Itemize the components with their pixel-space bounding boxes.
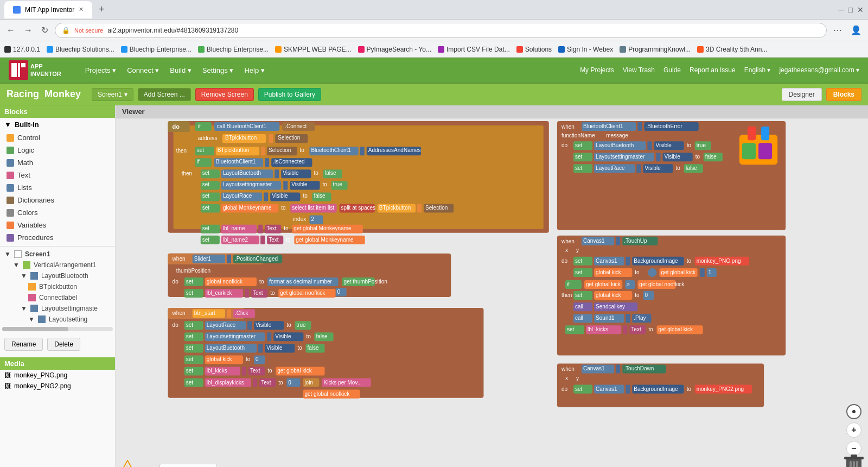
ls-icon (30, 305, 38, 312)
svg-text:to: to (284, 225, 289, 231)
reload-button[interactable]: ↻ (39, 23, 50, 37)
sidebar-control[interactable]: Control (0, 131, 115, 144)
sidebar-logic[interactable]: Logic (0, 144, 115, 156)
media-monkey1[interactable]: 🖼 monkey_PNG.png (0, 370, 115, 381)
viewer-canvas[interactable]: do if call BluetoothClient1 .Connect add… (116, 118, 868, 467)
show-warnings-button[interactable]: Show Warnings (159, 464, 217, 467)
nav-help[interactable]: Help ▾ (240, 64, 269, 77)
tree-btpick[interactable]: BTpickbutton (0, 281, 115, 292)
back-button[interactable]: ← (4, 23, 17, 37)
screen-selector[interactable]: Screen1 ▾ (92, 88, 133, 101)
svg-text:do: do (173, 279, 179, 285)
tab-close-button[interactable]: ✕ (79, 6, 84, 13)
tree-vertarrangement[interactable]: ▼ VerticalArrangement1 (0, 260, 115, 270)
bookmark-3d[interactable]: 3D Creality 5th Ann... (697, 46, 767, 53)
media-monkey2[interactable]: 🖼 monkey_PNG2.png (0, 381, 115, 392)
close-button[interactable]: ✕ (857, 5, 864, 14)
tree-connect[interactable]: Connectlabel (0, 292, 115, 303)
svg-text:set: set (186, 322, 194, 328)
guide-link[interactable]: Guide (663, 66, 681, 74)
view-trash-link[interactable]: View Trash (623, 66, 655, 74)
new-tab-button[interactable]: + (94, 2, 109, 17)
media-icon-1: 🖼 (4, 371, 11, 379)
divider-1 (0, 246, 115, 247)
svg-text:call BluetoothClient1: call BluetoothClient1 (217, 123, 267, 129)
minimize-button[interactable]: ─ (839, 5, 844, 14)
bookmark-bluechip3[interactable]: Bluechip Enterprise... (198, 46, 269, 53)
tree-layoutbluetooth[interactable]: ▼ LayoutBluetooth (0, 270, 115, 281)
address-bar[interactable]: 🔒 Not secure ai2.appinventor.mit.edu/#48… (55, 23, 827, 38)
tree-layoutsetting2[interactable]: ▼ Layoutsetting (0, 314, 115, 325)
bookmark-bluechip1[interactable]: Bluechip Solutions... (47, 46, 114, 53)
remove-screen-button[interactable]: Remove Screen (195, 88, 254, 101)
svg-text:set: set (202, 181, 210, 187)
svg-rect-24 (261, 147, 265, 155)
ls-expand: ▼ (21, 305, 27, 312)
svg-text:join: join (304, 380, 313, 386)
add-screen-button[interactable]: Add Screen ... (138, 88, 191, 101)
report-issue-link[interactable]: Report an Issue (690, 66, 736, 74)
svg-text:Visible: Visible (655, 142, 672, 148)
user-email[interactable]: jegatheesans@gmail.com ▾ (779, 66, 859, 74)
svg-text:Visible: Visible (644, 165, 661, 171)
svg-text:set: set (186, 333, 194, 339)
profile-button[interactable]: 👤 (848, 23, 864, 37)
delete-button[interactable]: Delete (47, 338, 80, 351)
language-selector[interactable]: English ▾ (744, 66, 771, 74)
svg-text:to: to (246, 356, 251, 362)
svg-text:Visible: Visible (266, 345, 283, 351)
sidebar-lists[interactable]: Lists (0, 181, 115, 194)
bookmark-solutions[interactable]: Solutions (516, 46, 552, 53)
tree-layoutsetting[interactable]: ▼ Layoutsettingmaste (0, 303, 115, 314)
svg-text:when: when (561, 366, 575, 372)
sidebar-text[interactable]: Text (0, 169, 115, 181)
bookmark-webex[interactable]: Sign In - Webex (558, 46, 613, 53)
bookmark-skmppl[interactable]: SKMPPL WEB PAGE... (275, 46, 352, 53)
active-tab[interactable]: MIT App Inventor ✕ (4, 1, 92, 18)
svg-text:set: set (197, 147, 205, 153)
svg-text:Text: Text (253, 290, 263, 296)
bookmark-programming[interactable]: ProgrammingKnowl... (620, 46, 691, 53)
extensions-button[interactable]: ⋯ (831, 23, 844, 37)
bookmark-localhost[interactable]: 127.0.0.1 (4, 46, 40, 53)
svg-text:BTpickbutton: BTpickbutton (225, 135, 257, 141)
svg-text:set: set (575, 386, 583, 392)
bookmark-bluechip2[interactable]: Bluechip Enterprise... (121, 46, 192, 53)
sidebar-math[interactable]: Math (0, 156, 115, 169)
browser-chrome: MIT App Inventor ✕ + ─ □ ✕ (0, 0, 868, 20)
zoom-in-button[interactable]: + (846, 422, 861, 438)
bookmark-csv[interactable]: Import CSV File Dat... (438, 46, 510, 53)
forward-button[interactable]: → (22, 23, 35, 37)
media-header: Media (0, 357, 115, 370)
sidebar-colors[interactable]: Colors (0, 206, 115, 219)
blocks-button[interactable]: Blocks (826, 88, 861, 101)
svg-text:get global noofkick: get global noofkick (639, 281, 685, 287)
sidebar-dictionaries[interactable]: Dictionaries (0, 194, 115, 206)
designer-button[interactable]: Designer (782, 88, 822, 101)
screen1-item[interactable]: ▼ Screen1 (0, 249, 115, 260)
my-projects-link[interactable]: My Projects (580, 66, 614, 74)
nav-settings[interactable]: Settings ▾ (198, 64, 238, 77)
maximize-button[interactable]: □ (848, 5, 853, 14)
nav-build[interactable]: Build ▾ (165, 64, 196, 77)
svg-text:AddressesAndNames: AddressesAndNames (368, 147, 421, 153)
svg-text:call: call (575, 304, 583, 310)
svg-text:Text: Text (269, 237, 279, 243)
svg-text:Visible: Visible (665, 154, 681, 160)
svg-text:to: to (278, 380, 283, 386)
sidebar-variables[interactable]: Variables (0, 219, 115, 231)
sidebar-procedures[interactable]: Procedures (0, 231, 115, 244)
nav-connect[interactable]: Connect ▾ (123, 64, 163, 77)
svg-text:Slider1: Slider1 (194, 256, 212, 262)
zoom-out-button[interactable]: − (846, 441, 861, 456)
text-color (7, 172, 14, 179)
center-view-button[interactable] (846, 404, 861, 419)
rename-button[interactable]: Rename (4, 338, 43, 351)
publish-button[interactable]: Publish to Gallery (258, 88, 321, 101)
svg-text:when: when (561, 238, 575, 244)
svg-text:monkey_PNG2.png: monkey_PNG2.png (697, 386, 744, 392)
builtin-section[interactable]: ▼ Built-in (0, 118, 115, 131)
bookmark-pyimage[interactable]: PyImageSearch - Yo... (358, 46, 431, 53)
nav-projects[interactable]: Projects ▾ (81, 64, 121, 77)
sidebar-scrollbar[interactable] (2, 327, 113, 331)
